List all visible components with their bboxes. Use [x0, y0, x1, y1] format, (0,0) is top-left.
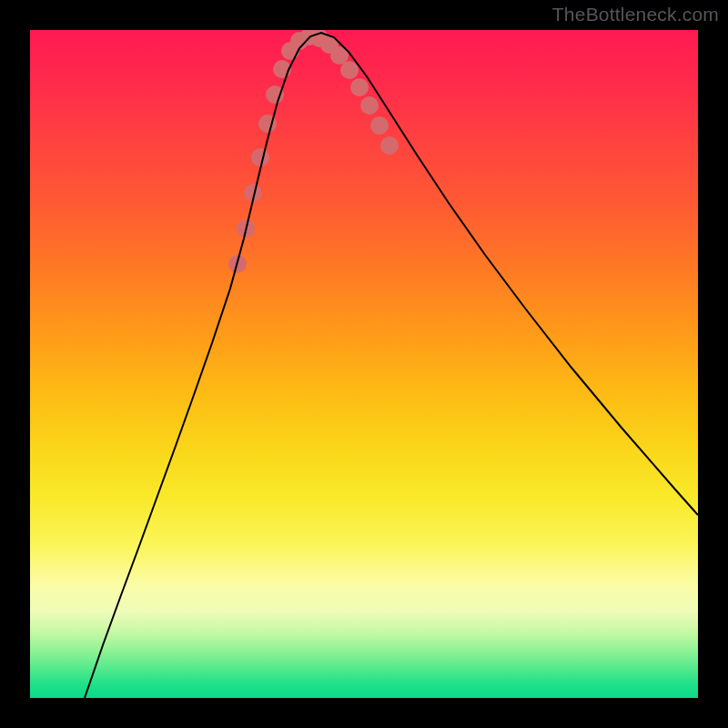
bottleneck-curve: [85, 33, 698, 698]
watermark-text: TheBottleneck.com: [552, 4, 719, 25]
curve-marker: [350, 78, 369, 96]
curve-marker: [360, 96, 379, 115]
chart-svg: [30, 30, 698, 698]
curve-marker: [251, 148, 269, 167]
curve-marker: [380, 136, 399, 155]
curve-marker: [370, 116, 389, 135]
curve-marker: [266, 86, 284, 104]
markers-group: [228, 30, 399, 273]
curve-marker: [340, 61, 359, 79]
plot-area: [30, 30, 698, 698]
chart-frame: TheBottleneck.com: [0, 0, 728, 728]
